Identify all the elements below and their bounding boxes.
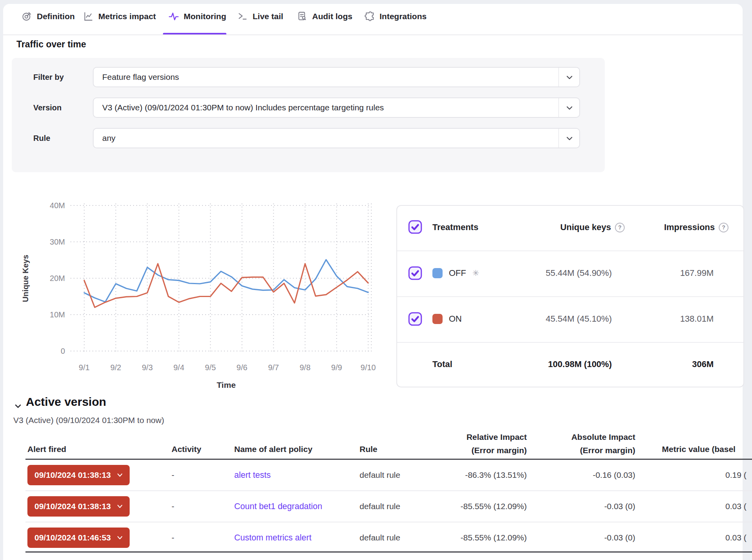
chevron-down-icon	[565, 134, 574, 143]
rule-cell: default rule	[360, 491, 400, 522]
tab-audit-logs[interactable]: Audit logs	[297, 11, 352, 22]
tab-label: Audit logs	[312, 12, 352, 21]
tab-live-tail[interactable]: Live tail	[237, 11, 283, 22]
activity-cell: -	[172, 491, 174, 522]
rule-select[interactable]: any	[93, 128, 580, 148]
col-metric-value: Metric value (basel	[662, 445, 736, 454]
activity-cell: -	[172, 460, 174, 490]
filter-by-select[interactable]: Feature flag versions	[93, 67, 580, 87]
off-unique-keys: 55.44M (54.90%)	[494, 268, 612, 278]
metric-value-cell: 0.03 (	[725, 522, 747, 553]
table-bottom-border	[25, 551, 752, 553]
rule-label: Rule	[33, 128, 90, 148]
active-version-title: Active version	[26, 395, 106, 409]
version-value: V3 (Active) (09/01/2024 01:30PM to now) …	[102, 98, 552, 117]
monitoring-page: Definition Metrics impact Monitoring Liv…	[0, 0, 752, 560]
alerts-table: Alert fired Activity Name of alert polic…	[0, 427, 752, 556]
page-title: Traffic over time	[16, 39, 86, 50]
alert-fired-badge[interactable]: 09/10/2024 01:46:53	[27, 528, 130, 548]
tab-monitoring[interactable]: Monitoring	[168, 11, 226, 22]
total-label: Total	[432, 359, 452, 369]
treatment-on-row: ON	[432, 312, 462, 326]
metrics-chart-icon	[83, 11, 94, 22]
filter-by-label: Filter by	[33, 67, 90, 87]
definition-target-icon	[22, 11, 32, 22]
rule-cell: default rule	[360, 522, 400, 553]
audit-logs-document-icon	[297, 11, 307, 22]
chevron-down-icon	[116, 503, 123, 510]
tab-label: Integrations	[380, 12, 427, 21]
tab-definition[interactable]: Definition	[22, 11, 75, 22]
tab-label: Live tail	[253, 12, 283, 21]
table-row: 09/10/2024 01:38:13 - Count bet1 degrada…	[0, 491, 752, 522]
impressions-header: Impressions ?	[605, 222, 728, 232]
table-row: 09/10/2024 01:46:53 - Custom metrics ale…	[0, 522, 752, 553]
metric-value-cell: 0.19 (	[725, 460, 747, 490]
tab-metrics-impact[interactable]: Metrics impact	[83, 11, 156, 22]
monitoring-pulse-icon	[168, 11, 179, 22]
treatment-name: OFF	[449, 268, 466, 278]
activity-cell: -	[172, 522, 174, 553]
x-axis-label: Time	[84, 380, 368, 390]
total-unique-keys: 100.98M (100%)	[494, 359, 612, 369]
col-activity: Activity	[172, 445, 201, 454]
treatment-off-checkbox[interactable]	[408, 266, 422, 280]
tab-integrations[interactable]: Integrations	[364, 11, 427, 22]
col-absolute-impact: Absolute Impact (Error margin)	[518, 430, 635, 457]
off-impressions: 167.99M	[596, 268, 714, 278]
version-label: Version	[33, 97, 90, 118]
select-separator	[559, 98, 559, 117]
chevron-down-icon	[565, 73, 574, 82]
treatment-name: ON	[449, 314, 462, 324]
treatments-select-all-checkbox[interactable]	[408, 220, 422, 234]
on-impressions: 138.01M	[596, 314, 714, 324]
absolute-impact-cell: -0.16 (0.03)	[518, 460, 635, 490]
row-divider	[397, 296, 743, 297]
on-color-swatch	[432, 314, 443, 324]
alert-policy-link[interactable]: Count bet1 degradation	[234, 502, 322, 511]
select-separator	[559, 129, 559, 148]
col-policy: Name of alert policy	[234, 445, 313, 454]
total-impressions: 306M	[596, 359, 714, 369]
col-relative-impact: Relative Impact (Error margin)	[409, 430, 527, 457]
tab-label: Metrics impact	[98, 12, 156, 21]
relative-impact-cell: -86.3% (13.51%)	[409, 460, 527, 490]
on-unique-keys: 45.54M (45.10%)	[494, 314, 612, 324]
integrations-puzzle-icon	[364, 11, 375, 22]
relative-impact-cell: -85.55% (12.09%)	[409, 491, 527, 522]
row-divider	[397, 250, 743, 251]
absolute-impact-cell: -0.03 (0)	[518, 522, 635, 553]
absolute-impact-cell: -0.03 (0)	[518, 491, 635, 522]
alert-fired-badge[interactable]: 09/10/2024 01:38:13	[27, 465, 130, 485]
alert-policy-link[interactable]: alert tests	[234, 470, 271, 480]
rule-value: any	[102, 129, 552, 148]
version-select[interactable]: V3 (Active) (09/01/2024 01:30PM to now) …	[93, 97, 580, 118]
alert-policy-link[interactable]: Custom metrics alert	[234, 533, 311, 543]
col-alert-fired: Alert fired	[27, 445, 66, 454]
off-color-swatch	[432, 268, 443, 278]
y-axis-label: Unique Keys	[21, 251, 30, 306]
treatments-header: Treatments	[432, 222, 478, 232]
chevron-down-icon	[565, 103, 574, 113]
tab-label: Definition	[37, 12, 75, 21]
tabbar-divider	[3, 34, 743, 35]
chevron-down-icon	[116, 472, 123, 479]
select-separator	[559, 68, 559, 86]
treatment-on-checkbox[interactable]	[408, 312, 422, 326]
help-icon[interactable]: ?	[719, 223, 728, 232]
metric-value-cell: 0.03 (	[725, 491, 747, 522]
filter-by-value: Feature flag versions	[102, 68, 552, 86]
chevron-down-icon	[116, 534, 123, 541]
relative-impact-cell: -85.55% (12.09%)	[409, 522, 527, 553]
collapse-chevron-icon[interactable]	[13, 402, 23, 411]
default-treatment-icon: ✳	[472, 268, 479, 278]
rule-cell: default rule	[360, 460, 400, 490]
live-tail-terminal-icon	[237, 11, 248, 22]
alert-fired-badge[interactable]: 09/10/2024 01:38:13	[27, 496, 130, 517]
treatment-off-row: OFF ✳	[432, 266, 479, 280]
col-rule: Rule	[360, 445, 378, 454]
active-version-subtitle: V3 (Active) (09/10/2024 01:30PM to now)	[13, 416, 164, 425]
table-row: 09/10/2024 01:38:13 - alert tests defaul…	[0, 460, 752, 490]
tab-label: Monitoring	[184, 12, 226, 21]
row-divider	[397, 342, 743, 343]
